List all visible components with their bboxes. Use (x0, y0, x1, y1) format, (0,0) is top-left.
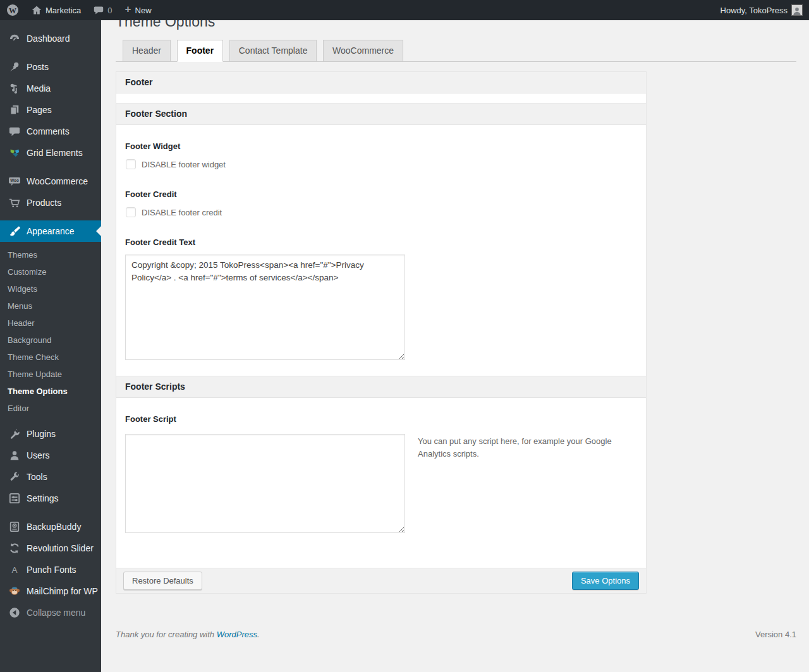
submenu-theme-options[interactable]: Theme Options (0, 383, 101, 400)
sidebar-item-appearance[interactable]: Appearance (0, 220, 101, 242)
mailchimp-monkey-icon (8, 585, 21, 597)
submenu-themes[interactable]: Themes (0, 247, 101, 264)
thanks-prefix: Thank you for creating with (116, 630, 217, 639)
footer-script-label: Footer Script (125, 414, 637, 424)
footer-section-body: Footer Widget DISABLE footer widget Foot… (116, 141, 646, 362)
tab-woocommerce[interactable]: WooCommerce (323, 40, 403, 61)
footer-scripts-body: Footer Script You can put any script her… (116, 414, 646, 568)
tab-footer[interactable]: Footer (177, 40, 224, 62)
disable-footer-credit-checkbox[interactable] (126, 207, 136, 217)
admin-footer: Thank you for creating with WordPress. V… (116, 630, 796, 647)
sidebar-item-label: Dashboard (27, 33, 70, 44)
submenu-header[interactable]: Header (0, 315, 101, 332)
restore-defaults-button[interactable]: Restore Defaults (123, 572, 202, 590)
my-account-menu[interactable]: Howdy, TokoPress (714, 0, 809, 20)
new-content-menu[interactable]: + New (119, 0, 158, 20)
sidebar-item-users[interactable]: Users (0, 445, 101, 466)
sidebar-item-tools[interactable]: Tools (0, 466, 101, 488)
sidebar-item-media[interactable]: Media (0, 78, 101, 99)
sidebar-item-label: Posts (27, 62, 49, 72)
footer-script-help: You can put any script here, for example… (418, 434, 614, 460)
admin-sidebar: Dashboard Posts Media Pages Comments Gri… (0, 20, 101, 672)
comment-icon (94, 5, 104, 15)
sidebar-item-comments[interactable]: Comments (0, 121, 101, 142)
sidebar-item-dashboard[interactable]: Dashboard (0, 28, 101, 49)
sidebar-item-label: Grid Elements (27, 148, 83, 158)
footer-widget-label: Footer Widget (125, 141, 637, 151)
submenu-background[interactable]: Background (0, 332, 101, 349)
submenu-menus[interactable]: Menus (0, 298, 101, 315)
howdy-text: Howdy, TokoPress (721, 6, 788, 15)
sidebar-item-mailchimp[interactable]: MailChimp for WP (0, 580, 101, 602)
sidebar-item-backupbuddy[interactable]: BackupBuddy (0, 516, 101, 537)
main-content: Theme Options Header Footer Contact Temp… (101, 0, 809, 652)
sidebar-item-label: Punch Fonts (27, 565, 76, 575)
site-link[interactable]: Marketica (25, 0, 87, 20)
menu-separator (0, 213, 101, 220)
sidebar-item-revolution-slider[interactable]: Revolution Slider (0, 537, 101, 559)
sidebar-item-plugins[interactable]: Plugins (0, 423, 101, 445)
sidebar-item-woocommerce[interactable]: Woo WooCommerce (0, 171, 101, 192)
wrench-icon (8, 471, 21, 483)
site-name: Marketica (46, 6, 81, 15)
sidebar-item-pages[interactable]: Pages (0, 99, 101, 121)
admin-bar-right: Howdy, TokoPress (714, 0, 809, 20)
plus-icon: + (125, 3, 131, 16)
sidebar-item-label: Media (27, 83, 51, 93)
sidebar-item-grid-elements[interactable]: Grid Elements (0, 142, 101, 164)
admin-bar: W Marketica 0 + New Howdy, TokoPress (0, 0, 809, 20)
user-avatar (791, 4, 803, 16)
footer-credit-label: Footer Credit (125, 189, 637, 199)
wordpress-link[interactable]: WordPress (217, 630, 257, 639)
svg-text:Woo: Woo (10, 178, 19, 183)
submenu-editor[interactable]: Editor (0, 400, 101, 417)
footer-credit-textarea[interactable] (125, 255, 405, 360)
home-icon (32, 5, 42, 15)
appearance-brush-icon (8, 225, 21, 237)
panel-header: Footer (116, 72, 646, 93)
tab-contact-template[interactable]: Contact Template (229, 40, 317, 61)
sidebar-item-label: Comments (27, 126, 70, 136)
tab-header[interactable]: Header (123, 40, 171, 61)
cart-icon (8, 197, 21, 208)
menu-separator (0, 509, 101, 516)
footer-script-textarea[interactable] (125, 434, 405, 533)
collapse-arrow-icon (8, 607, 21, 618)
woocommerce-icon: Woo (8, 176, 21, 187)
user-icon (8, 450, 21, 461)
version-text: Version 4.1 (755, 630, 796, 639)
sidebar-item-label: Appearance (27, 226, 75, 236)
save-options-button[interactable]: Save Options (572, 572, 639, 590)
panel-gap (116, 93, 646, 103)
disable-footer-widget-checkbox[interactable] (126, 159, 136, 169)
media-icon (8, 83, 21, 94)
comments-bubble[interactable]: 0 (87, 0, 118, 20)
submenu-customize[interactable]: Customize (0, 264, 101, 281)
sidebar-item-punch-fonts[interactable]: A Punch Fonts (0, 559, 101, 580)
footer-thanks: Thank you for creating with WordPress. (116, 630, 260, 639)
theme-options-panel: Footer Footer Section Footer Widget DISA… (116, 71, 647, 594)
wordpress-logo-icon: W (6, 4, 19, 16)
wordpress-logo-menu[interactable]: W (0, 0, 25, 20)
collapse-menu-button[interactable]: Collapse menu (0, 602, 101, 623)
sidebar-item-label: Tools (27, 472, 47, 482)
disable-footer-widget-text: DISABLE footer widget (142, 160, 226, 169)
sidebar-item-label: MailChimp for WP (27, 586, 98, 596)
pushpin-icon (8, 61, 21, 73)
footer-section-header: Footer Section (116, 103, 646, 125)
sidebar-item-settings[interactable]: Settings (0, 488, 101, 509)
grid-elements-icon (8, 147, 21, 159)
settings-sliders-icon (8, 493, 21, 504)
submenu-widgets[interactable]: Widgets (0, 281, 101, 298)
sidebar-item-label: Revolution Slider (27, 543, 94, 553)
letter-a-icon: A (8, 564, 21, 575)
sidebar-item-label: Plugins (27, 429, 56, 439)
admin-bar-left: W Marketica 0 + New (0, 0, 158, 20)
submenu-theme-update[interactable]: Theme Update (0, 366, 101, 383)
sidebar-item-posts[interactable]: Posts (0, 56, 101, 78)
tab-bar: Header Footer Contact Template WooCommer… (116, 40, 796, 62)
sidebar-item-products[interactable]: Products (0, 192, 101, 213)
submenu-theme-check[interactable]: Theme Check (0, 349, 101, 366)
dashboard-icon (8, 33, 21, 44)
sidebar-item-label: Users (27, 450, 50, 460)
